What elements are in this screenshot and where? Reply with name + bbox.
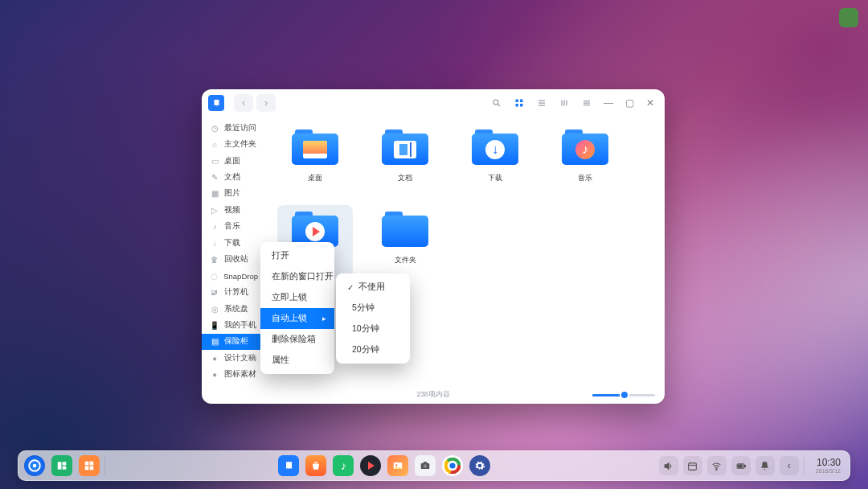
folder-download[interactable]: ↓下载 bbox=[457, 123, 533, 197]
sidebar-item-label: 设计文稿 bbox=[224, 353, 256, 364]
menu-item-label: 删除保险箱 bbox=[272, 334, 316, 345]
menu-item[interactable]: 删除保险箱 bbox=[260, 329, 334, 350]
zoom-slider[interactable] bbox=[592, 392, 655, 397]
music-icon: ♪ bbox=[210, 222, 219, 232]
dock-photos-icon[interactable] bbox=[387, 455, 408, 476]
submenu-item[interactable]: 20分钟 bbox=[336, 339, 410, 360]
svg-point-16 bbox=[33, 464, 37, 468]
menu-item-label: 属性 bbox=[272, 355, 289, 366]
menu-icon[interactable] bbox=[578, 94, 596, 112]
view-list-button[interactable] bbox=[533, 94, 551, 112]
sidebar-item-download[interactable]: ↓下载 bbox=[202, 235, 266, 251]
context-submenu: ✓不使用 5分钟 10分钟 20分钟 bbox=[336, 273, 410, 364]
search-icon[interactable] bbox=[488, 94, 506, 112]
svg-rect-4 bbox=[516, 104, 519, 107]
tray-battery-icon[interactable] bbox=[731, 456, 751, 475]
menu-item[interactable]: 自动上锁▸ bbox=[260, 308, 334, 329]
sidebar-item-music[interactable]: ♪音乐 bbox=[202, 219, 266, 235]
menu-item-label: 自动上锁 bbox=[272, 313, 307, 324]
sidebar-item-computer[interactable]: 🖳计算机 bbox=[202, 284, 266, 300]
taskbar-clock[interactable]: 10:30 2018/3/12 bbox=[816, 458, 841, 474]
sidebar-item-doc[interactable]: ✎文档 bbox=[202, 169, 266, 185]
sidebar-item-label: 桌面 bbox=[224, 156, 240, 166]
nav-forward-button[interactable]: › bbox=[256, 94, 276, 112]
dock-music-icon[interactable]: ♪ bbox=[333, 455, 354, 476]
folder-music[interactable]: ♪音乐 bbox=[547, 123, 623, 197]
dock-launcher-icon[interactable] bbox=[24, 455, 45, 476]
submenu-item-label: 10分钟 bbox=[352, 323, 379, 335]
svg-rect-21 bbox=[90, 462, 94, 466]
svg-rect-17 bbox=[58, 462, 62, 469]
svg-rect-2 bbox=[516, 100, 519, 103]
submenu-item[interactable]: 5分钟 bbox=[336, 298, 410, 318]
maximize-button[interactable]: ▢ bbox=[621, 95, 637, 111]
folder-plain[interactable]: 文件夹 bbox=[367, 205, 443, 279]
status-text: 238项内容 bbox=[416, 390, 449, 400]
desktop-shortcut-icon[interactable] bbox=[839, 8, 858, 27]
dock-multitask-icon[interactable] bbox=[51, 455, 72, 476]
context-menu: 打开在新的窗口打开立即上锁自动上锁▸删除保险箱属性 bbox=[260, 242, 334, 374]
sidebar-item-assets[interactable]: ●图标素材 bbox=[202, 367, 266, 383]
dock-appstore-icon[interactable] bbox=[305, 455, 326, 476]
sidebar-item-phone[interactable]: 📱我的手机 bbox=[202, 317, 266, 333]
sidebar-item-image[interactable]: ▦图片 bbox=[202, 186, 266, 202]
submenu-item[interactable]: ✓不使用 bbox=[336, 277, 410, 298]
assets-icon: ● bbox=[210, 370, 219, 380]
nav-back-button[interactable]: ‹ bbox=[234, 94, 253, 112]
image-icon: ▦ bbox=[210, 189, 219, 199]
minimize-button[interactable]: — bbox=[600, 95, 616, 111]
snap-icon: ◌ bbox=[210, 271, 219, 281]
close-button[interactable]: ✕ bbox=[642, 95, 658, 111]
sidebar-item-home[interactable]: ⌂主文件夹 bbox=[202, 136, 266, 152]
titlebar: ‹ › — ▢ ✕ bbox=[202, 89, 665, 117]
view-icons-button[interactable] bbox=[510, 94, 528, 112]
sidebar-item-video[interactable]: ▷视频 bbox=[202, 202, 266, 218]
dock-browser-icon[interactable] bbox=[442, 455, 463, 476]
folder-doc[interactable]: 文档 bbox=[367, 123, 443, 197]
svg-rect-20 bbox=[85, 462, 89, 466]
folder-label: 音乐 bbox=[578, 173, 592, 183]
chevron-right-icon: ▸ bbox=[322, 314, 326, 323]
computer-icon: 🖳 bbox=[210, 288, 219, 298]
menu-item[interactable]: 立即上锁 bbox=[260, 287, 334, 308]
view-columns-button[interactable] bbox=[555, 94, 573, 112]
sidebar-item-label: 视频 bbox=[224, 205, 240, 216]
dock-workspaces-icon[interactable] bbox=[79, 455, 100, 476]
sidebar-item-label: SnapDrop bbox=[223, 272, 258, 281]
dock-video-icon[interactable] bbox=[360, 455, 381, 476]
menu-item[interactable]: 在新的窗口打开 bbox=[260, 266, 334, 287]
folder-desktop[interactable]: 桌面 bbox=[277, 123, 353, 197]
submenu-item[interactable]: 10分钟 bbox=[336, 318, 410, 339]
svg-line-1 bbox=[498, 105, 501, 107]
menu-item[interactable]: 打开 bbox=[260, 245, 334, 266]
sidebar-item-disk[interactable]: ◎系统盘 bbox=[202, 301, 266, 317]
menu-item[interactable]: 属性 bbox=[260, 350, 334, 371]
folder-icon: ↓ bbox=[472, 128, 518, 165]
folder-icon bbox=[382, 210, 428, 247]
sidebar-item-vault[interactable]: ▤保险柜 bbox=[202, 334, 266, 350]
svg-rect-22 bbox=[85, 466, 89, 471]
svg-point-38 bbox=[716, 469, 717, 470]
tray-wifi-icon[interactable] bbox=[707, 456, 727, 475]
docset-icon: ● bbox=[210, 353, 219, 363]
menu-item-label: 打开 bbox=[272, 250, 289, 261]
folder-icon bbox=[382, 128, 428, 165]
dock-settings-icon[interactable] bbox=[469, 455, 490, 476]
sidebar-item-trash[interactable]: 🗑回收站 bbox=[202, 252, 266, 268]
svg-point-27 bbox=[424, 464, 428, 468]
tray-notifications-icon[interactable] bbox=[755, 456, 775, 475]
tray-calendar-icon[interactable] bbox=[683, 456, 702, 475]
svg-rect-34 bbox=[689, 462, 697, 470]
sidebar-item-docset[interactable]: ●设计文稿 bbox=[202, 350, 266, 366]
sidebar-item-clock[interactable]: ◷最近访问 bbox=[202, 120, 266, 136]
statusbar: 238项内容 bbox=[202, 386, 665, 404]
sidebar-item-snap[interactable]: ◌SnapDrop bbox=[202, 268, 266, 284]
dock-camera-icon[interactable] bbox=[415, 455, 436, 476]
svg-rect-18 bbox=[63, 462, 67, 465]
tray-volume-icon[interactable] bbox=[659, 456, 678, 475]
sidebar-item-label: 主文件夹 bbox=[224, 139, 256, 150]
sidebar-item-desktop[interactable]: ▭桌面 bbox=[202, 153, 266, 169]
dock-filemanager-icon[interactable] bbox=[278, 455, 299, 476]
folder-icon: ♪ bbox=[562, 128, 608, 165]
tray-chevron-icon[interactable]: ‹ bbox=[780, 456, 799, 475]
